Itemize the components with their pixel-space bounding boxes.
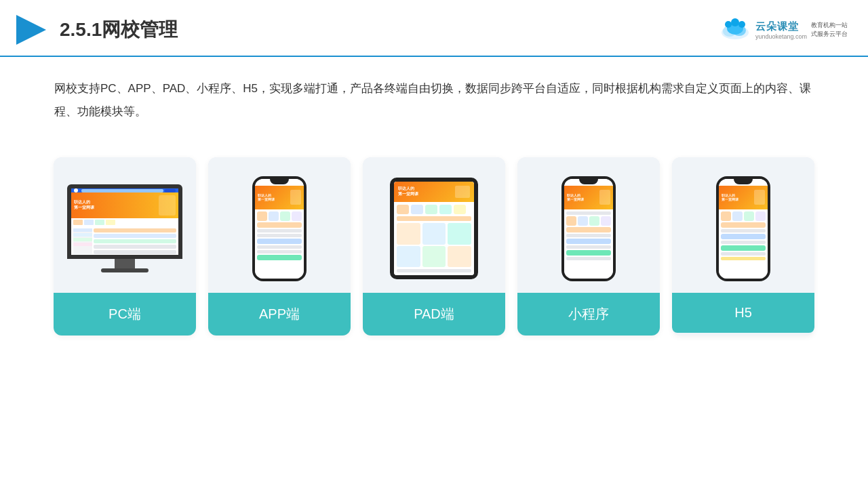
page-header: 2.5.1网校管理 云朵课堂 yunduoketang.com 教育机构一站式服… <box>0 0 868 57</box>
pad-image-area: 职达人的第一堂网课 <box>363 157 505 293</box>
brand-name: 云朵课堂 <box>755 20 799 33</box>
app-card: 职达人的第一堂网课 <box>208 157 351 336</box>
brand-logo: 云朵课堂 yunduoketang.com 教育机构一站式服务云平台 <box>719 18 848 42</box>
svg-point-6 <box>731 18 739 26</box>
description-text: 网校支持PC、APP、PAD、小程序、H5，实现多端打通，产品各终端自由切换，数… <box>0 57 868 130</box>
miniprogram-card: 职达人的第一堂网课 <box>517 157 660 336</box>
app-phone: 职达人的第一堂网课 <box>252 176 307 281</box>
miniprogram-label: 小程序 <box>517 293 660 336</box>
pad-card: 职达人的第一堂网课 <box>363 157 505 336</box>
h5-card: 职达人的第一堂网课 <box>672 157 814 336</box>
h5-phone: 职达人的第一堂网课 <box>716 176 770 281</box>
miniprogram-phone: 职达人的第一堂网课 <box>561 176 616 281</box>
page-title: 2.5.1网校管理 <box>60 17 178 43</box>
app-image-area: 职达人的第一堂网课 <box>208 157 351 293</box>
monitor-base <box>101 268 149 272</box>
device-cards-container: 职达人的第一堂网课 <box>0 137 868 336</box>
brand-url: yunduoketang.com <box>755 33 807 40</box>
monitor-screen: 职达人的第一堂网课 <box>67 184 182 259</box>
logo-icon <box>14 12 49 47</box>
monitor-stand <box>115 259 135 268</box>
h5-image-area: 职达人的第一堂网课 <box>672 157 814 293</box>
h5-label: H5 <box>672 293 814 333</box>
pc-image-area: 职达人的第一堂网课 <box>54 157 196 293</box>
pad-tablet: 职达人的第一堂网课 <box>390 178 478 279</box>
pc-label: PC端 <box>54 293 196 336</box>
brand-text: 云朵课堂 yunduoketang.com <box>755 20 807 40</box>
brand-slogan: 教育机构一站式服务云平台 <box>811 21 848 38</box>
miniprogram-image-area: 职达人的第一堂网课 <box>517 157 660 293</box>
header-left: 2.5.1网校管理 <box>14 12 178 47</box>
pc-card: 职达人的第一堂网课 <box>54 157 196 336</box>
svg-marker-0 <box>16 15 46 45</box>
app-label: APP端 <box>208 293 351 336</box>
pad-label: PAD端 <box>363 293 505 336</box>
svg-point-7 <box>738 21 745 28</box>
pc-monitor: 职达人的第一堂网课 <box>67 184 182 272</box>
svg-point-5 <box>725 21 732 28</box>
cloud-icon <box>719 18 751 42</box>
